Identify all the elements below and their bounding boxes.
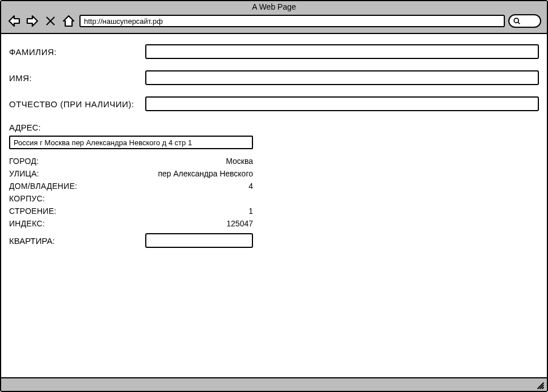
apartment-label: КВАРТИРА: [9,236,145,246]
index-value: 125047 [226,219,253,228]
url-input[interactable] [79,15,505,27]
back-icon[interactable] [7,14,22,28]
browser-titlebar: A Web Page [1,1,547,34]
patronymic-label: ОТЧЕСТВО (ПРИ НАЛИЧИИ): [9,99,145,109]
korpus-label: КОРПУС: [9,194,45,203]
window-title: A Web Page [1,1,547,11]
street-label: УЛИЦА: [9,169,39,178]
svg-marker-1 [27,16,37,26]
svg-line-6 [518,22,520,24]
detail-row-korpus: КОРПУС: [9,192,253,205]
house-label: ДОМ/ВЛАДЕНИЕ: [9,182,77,191]
apartment-input[interactable] [145,233,253,248]
address-details: ГОРОД: Москва УЛИЦА: пер Александра Невс… [9,155,253,230]
detail-row-street: УЛИЦА: пер Александра Невского [9,167,253,180]
stop-icon[interactable] [43,14,58,28]
surname-label: ФАМИЛИЯ: [9,47,145,57]
browser-toolbar [1,11,547,33]
detail-row-city: ГОРОД: Москва [9,155,253,167]
resize-grip-icon[interactable] [536,381,545,390]
house-value: 4 [248,182,253,191]
firstname-input[interactable] [145,70,539,85]
address-section-label: АДРЕС: [9,123,539,132]
surname-input[interactable] [145,44,539,59]
street-value: пер Александра Невского [158,169,253,178]
firstname-label: ИМЯ: [9,73,145,83]
home-icon[interactable] [61,14,76,28]
index-label: ИНДЕКС: [9,219,45,228]
svg-line-9 [542,387,543,389]
statusbar [1,377,547,391]
detail-row-index: ИНДЕКС: 125047 [9,217,253,230]
building-value: 1 [248,206,253,216]
patronymic-input[interactable] [145,96,539,111]
forward-icon[interactable] [25,14,40,28]
browser-window: A Web Page ФАМИ [0,0,548,392]
city-label: ГОРОД: [9,157,39,166]
search-button[interactable] [508,14,541,28]
detail-row-house: ДОМ/ВЛАДЕНИЕ: 4 [9,180,253,192]
svg-marker-0 [9,16,19,26]
detail-row-building: СТРОЕНИЕ: 1 [9,205,253,217]
svg-marker-4 [64,16,74,26]
address-input[interactable] [9,136,253,149]
city-value: Москва [226,157,253,166]
svg-point-5 [514,18,519,23]
page-content: ФАМИЛИЯ: ИМЯ: ОТЧЕСТВО (ПРИ НАЛИЧИИ): АД… [1,34,547,377]
building-label: СТРОЕНИЕ: [9,206,57,216]
